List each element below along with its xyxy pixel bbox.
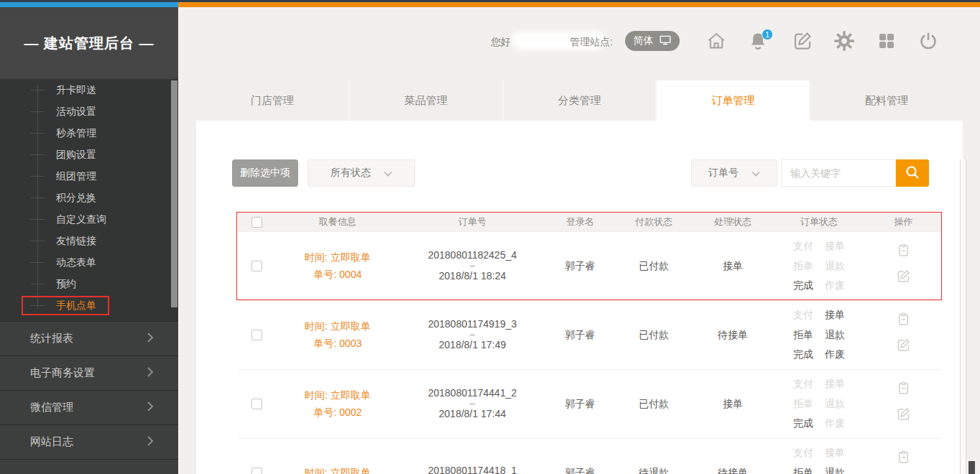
status-link-complete[interactable]: 完成 xyxy=(793,346,813,363)
edit-order-icon[interactable] xyxy=(896,338,911,358)
keyword-search-input[interactable] xyxy=(781,159,896,187)
sidebar-scrollbar-thumb[interactable] xyxy=(171,80,177,307)
sidebar-item-dynamic-forms[interactable]: 动态表单 xyxy=(0,251,178,273)
chevron-right-icon xyxy=(147,332,154,345)
group-label: 网站日志 xyxy=(30,435,73,449)
sidebar-item-card-gift[interactable]: 升卡即送 xyxy=(0,79,178,101)
group-label: 电子商务设置 xyxy=(30,366,95,380)
process-status: 待接单 xyxy=(693,465,772,474)
tab-ingredient-management[interactable]: 配料管理 xyxy=(810,80,963,121)
edit-order-icon[interactable] xyxy=(896,269,911,289)
pickup-time: 时间: 立即取单 xyxy=(305,318,371,335)
payment-status: 待退款 xyxy=(614,465,693,474)
status-link-complete[interactable]: 完成 xyxy=(793,277,813,294)
home-icon[interactable] xyxy=(706,30,727,52)
search-field-dropdown[interactable]: 订单号 xyxy=(691,159,777,187)
status-link-pay[interactable]: 支付 xyxy=(793,445,813,462)
sidebar-groups: 统计报表 电子商务设置 微信管理 网站日志 xyxy=(0,321,178,474)
col-header-process-status: 处理状态 xyxy=(693,214,772,230)
status-link-refund[interactable]: 退款 xyxy=(825,258,845,275)
status-link-reject[interactable]: 拒单 xyxy=(793,396,813,413)
tab-category-management[interactable]: 分类管理 xyxy=(504,80,657,121)
order-number: 20180801174441_2 xyxy=(428,385,517,402)
sidebar-item-mobile-ordering[interactable]: 手机点单 xyxy=(0,294,178,316)
app-title: — 建站管理后台 — xyxy=(0,7,178,79)
copy-clipboard-icon[interactable] xyxy=(896,312,911,333)
sidebar-group-wechat[interactable]: 微信管理 xyxy=(0,390,178,424)
pickup-number: 单号: 0004 xyxy=(314,266,362,284)
topbar-orange-segment xyxy=(178,2,980,7)
row-checkbox[interactable] xyxy=(251,330,262,340)
edit-order-icon[interactable] xyxy=(896,406,911,427)
table-header-row: 取餐信息 订单号 登录名 付款状态 处理状态 订单状态 操作 xyxy=(237,213,941,231)
status-link-complete[interactable]: 完成 xyxy=(793,415,813,432)
pickup-number: 单号: 0003 xyxy=(314,335,362,353)
status-link-pay[interactable]: 支付 xyxy=(793,307,813,324)
status-link-refund[interactable]: 退款 xyxy=(825,327,845,344)
process-status: 接单 xyxy=(693,258,772,275)
status-link-accept[interactable]: 接单 xyxy=(825,445,845,462)
row-checkbox[interactable] xyxy=(251,468,262,474)
sidebar-group-site-logs[interactable]: 网站日志 xyxy=(0,424,178,459)
window-scrollbar-thumb[interactable] xyxy=(969,461,975,474)
pickup-time: 时间: 立即取单 xyxy=(305,249,371,266)
search-field-value: 订单号 xyxy=(708,167,739,180)
pickup-time: 时间: 立即取单 xyxy=(305,465,371,474)
status-link-void[interactable]: 作废 xyxy=(825,415,845,432)
col-header-order-no: 订单号 xyxy=(399,214,546,230)
sidebar-item-custom-query[interactable]: 自定义查询 xyxy=(0,208,178,230)
power-logout-icon[interactable] xyxy=(917,30,939,52)
sidebar-item-group-buy[interactable]: 团购设置 xyxy=(0,144,178,165)
payment-status: 已付款 xyxy=(614,327,693,344)
status-link-reject[interactable]: 拒单 xyxy=(793,465,813,474)
wrap-dash xyxy=(470,404,475,404)
copy-clipboard-icon[interactable] xyxy=(896,381,911,401)
sidebar-group-ecommerce[interactable]: 电子商务设置 xyxy=(0,356,178,390)
row-checkbox[interactable] xyxy=(251,399,262,409)
delete-selected-button[interactable]: 删除选中项 xyxy=(232,159,298,187)
apps-grid-icon[interactable] xyxy=(876,30,897,52)
status-link-reject[interactable]: 拒单 xyxy=(793,258,813,275)
tab-dish-management[interactable]: 菜品管理 xyxy=(350,80,504,121)
language-switch-button[interactable]: 简体 xyxy=(625,31,680,51)
status-link-void[interactable]: 作废 xyxy=(825,346,845,363)
management-tabs: 门店管理 菜品管理 分类管理 订单管理 配料管理 xyxy=(196,80,963,121)
row-checkbox[interactable] xyxy=(251,261,262,271)
status-link-refund[interactable]: 退款 xyxy=(825,465,845,474)
sidebar-item-friend-links[interactable]: 友情链接 xyxy=(0,230,178,251)
table-row: 时间: 立即取单 单号: 0004 20180801182425_4 2018/… xyxy=(237,231,941,300)
copy-clipboard-icon[interactable] xyxy=(896,450,911,470)
sidebar-item-activity-settings[interactable]: 活动设置 xyxy=(0,101,178,122)
status-link-pay[interactable]: 支付 xyxy=(793,238,813,255)
status-link-accept[interactable]: 接单 xyxy=(825,376,845,393)
sidebar-item-reservation[interactable]: 预约 xyxy=(0,273,178,294)
sidebar-item-flash-sale[interactable]: 秒杀管理 xyxy=(0,122,178,144)
chevron-down-icon xyxy=(752,167,760,179)
sidebar-item-team-manage[interactable]: 组团管理 xyxy=(0,165,178,187)
sidebar-group-statistics[interactable]: 统计报表 xyxy=(0,321,178,356)
process-status: 接单 xyxy=(693,396,772,413)
content-scrollbar-track[interactable] xyxy=(960,159,966,474)
select-all-checkbox[interactable] xyxy=(251,217,262,228)
search-button[interactable] xyxy=(896,159,929,187)
status-filter-dropdown[interactable]: 所有状态 xyxy=(308,159,415,187)
payment-status: 已付款 xyxy=(614,258,693,275)
copy-clipboard-icon[interactable] xyxy=(896,243,911,264)
login-name: 郭子睿 xyxy=(546,258,614,275)
settings-gear-icon[interactable] xyxy=(833,30,855,52)
compose-edit-icon[interactable] xyxy=(792,30,813,52)
status-link-reject[interactable]: 拒单 xyxy=(793,327,813,344)
chevron-down-icon xyxy=(384,167,392,179)
chevron-right-icon xyxy=(147,366,154,380)
order-date: 2018/8/1 18:24 xyxy=(439,268,506,285)
status-link-refund[interactable]: 退款 xyxy=(825,396,845,413)
status-link-pay[interactable]: 支付 xyxy=(793,376,813,393)
order-number: 20180801182425_4 xyxy=(428,247,517,264)
tab-store-management[interactable]: 门店管理 xyxy=(196,80,350,121)
monitor-icon xyxy=(659,34,672,49)
status-link-void[interactable]: 作废 xyxy=(825,277,845,294)
tab-order-management[interactable]: 订单管理 xyxy=(657,80,810,121)
sidebar-item-points-exchange[interactable]: 积分兑换 xyxy=(0,187,178,208)
status-link-accept[interactable]: 接单 xyxy=(825,238,845,255)
status-link-accept[interactable]: 接单 xyxy=(825,307,845,324)
